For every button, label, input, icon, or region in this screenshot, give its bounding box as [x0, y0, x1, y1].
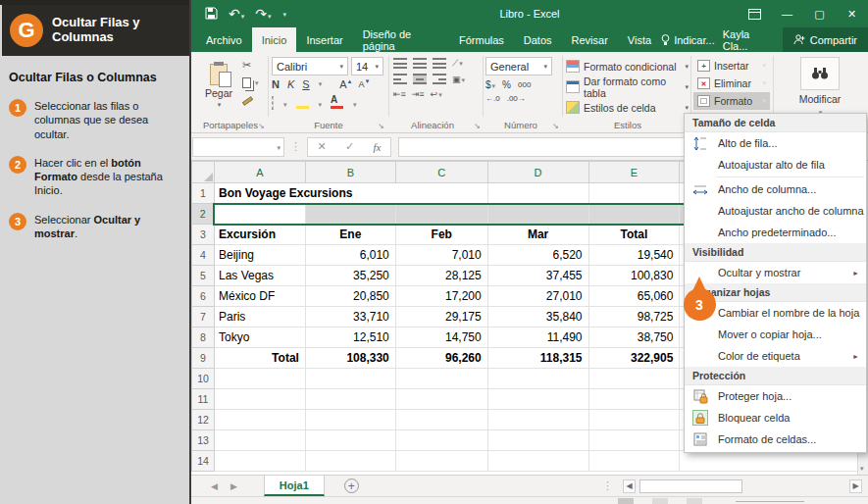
row-header-9[interactable]: 9	[192, 348, 215, 369]
number-format-select[interactable]: General▾	[485, 57, 552, 76]
find-select-button[interactable]	[800, 57, 840, 90]
cell[interactable]: 19,540	[588, 245, 680, 266]
bold-button[interactable]: N	[272, 78, 280, 90]
cell[interactable]: Mar	[487, 225, 588, 245]
cell[interactable]: 65,060	[588, 286, 680, 307]
cut-button[interactable]: ✂	[242, 59, 259, 72]
cell[interactable]	[305, 430, 395, 451]
column-header-c[interactable]: C	[395, 162, 487, 183]
column-header-d[interactable]: D	[487, 162, 588, 183]
button-insertar[interactable]: Insertar▾	[693, 57, 770, 75]
undo-button[interactable]: ↶▾	[229, 7, 244, 21]
wrap-text-button[interactable]: ↩▾	[431, 89, 442, 99]
menu-item-autoajustar-alto-de-fila[interactable]: Autoajustar alto de fila	[685, 154, 866, 176]
row-header-6[interactable]: 6	[192, 286, 215, 307]
row-header-14[interactable]: 14	[192, 451, 215, 472]
cell[interactable]: 38,750	[588, 328, 680, 348]
cell[interactable]	[214, 451, 305, 472]
menu-item-ancho-de-columna[interactable]: Ancho de columna...	[685, 178, 866, 200]
cell[interactable]: 17,200	[395, 286, 487, 307]
cell[interactable]	[588, 451, 680, 472]
tab-datos[interactable]: Datos	[514, 27, 562, 52]
horizontal-scrollbar[interactable]: ⋮ ◀ ▶	[596, 479, 868, 493]
cell[interactable]: 20,850	[305, 286, 395, 307]
cell[interactable]	[214, 204, 305, 225]
cell[interactable]: Feb	[395, 225, 487, 245]
cell[interactable]	[214, 430, 305, 451]
align-top-button[interactable]	[393, 58, 407, 69]
align-middle-button[interactable]	[413, 58, 427, 69]
cell[interactable]: 28,125	[395, 266, 487, 286]
cell[interactable]: Las Vegas	[214, 266, 305, 286]
cell[interactable]: 322,905	[588, 348, 680, 369]
new-sheet-button[interactable]: +	[344, 479, 359, 493]
row-header-11[interactable]: 11	[192, 389, 215, 410]
underline-button[interactable]: S	[302, 78, 309, 90]
column-header-b[interactable]: B	[305, 162, 395, 183]
cell[interactable]: 11,490	[487, 328, 588, 348]
customize-qat-icon[interactable]: ▾	[283, 11, 287, 18]
tab-archivo[interactable]: Archivo	[196, 27, 252, 52]
cell[interactable]: 6,520	[487, 245, 588, 266]
redo-button[interactable]: ↷▾	[255, 7, 271, 21]
cell[interactable]: 100,830	[588, 266, 680, 286]
cell[interactable]	[395, 410, 487, 430]
cell[interactable]: 29,175	[395, 307, 487, 328]
italic-button[interactable]: K	[287, 78, 294, 90]
row-header-2[interactable]: 2	[192, 204, 215, 225]
row-header-7[interactable]: 7	[192, 307, 215, 328]
cell[interactable]: 27,010	[487, 286, 588, 307]
tab-diseño-de-página[interactable]: Diseño de página	[353, 27, 449, 52]
alignment-dialog-launcher[interactable]: ↘	[474, 122, 481, 130]
view-normal-icon[interactable]	[618, 498, 634, 504]
tell-me-button[interactable]: Indicar...	[661, 34, 715, 46]
menu-item-ancho-predeterminado[interactable]: Ancho predeterminado...	[685, 222, 866, 243]
cancel-entry-icon[interactable]: ✕	[318, 140, 327, 153]
copy-button[interactable]: ▾	[242, 76, 259, 89]
hscroll-thumb[interactable]	[639, 479, 742, 493]
row-header-12[interactable]: 12	[192, 410, 215, 430]
grow-font-button[interactable]: A▲	[339, 78, 352, 90]
cell[interactable]	[395, 369, 487, 389]
close-button[interactable]: ✕	[836, 0, 868, 27]
paste-button[interactable]: Pegar▾	[199, 57, 238, 116]
font-name-select[interactable]: Calibri▾	[272, 57, 348, 76]
cell[interactable]	[305, 204, 395, 225]
number-dialog-launcher[interactable]: ↘	[552, 122, 559, 130]
menu-item-alto-de-fila[interactable]: Alto de fila...	[685, 132, 866, 154]
tab-insertar[interactable]: Insertar	[296, 27, 352, 52]
cell[interactable]	[588, 410, 680, 430]
menu-item-autoajustar-ancho-de-columna[interactable]: Autoajustar ancho de columna	[685, 200, 866, 222]
hscroll-track[interactable]	[639, 479, 845, 493]
cell[interactable]: 33,710	[305, 307, 395, 328]
row-header-4[interactable]: 4	[192, 245, 215, 266]
prev-sheet-icon[interactable]: ◀	[211, 481, 218, 491]
row-header-1[interactable]: 1	[192, 183, 215, 204]
row-header-10[interactable]: 10	[192, 369, 215, 389]
view-page-break-icon[interactable]	[687, 498, 702, 504]
cell[interactable]: 96,260	[395, 348, 487, 369]
insert-function-icon[interactable]: fx	[373, 141, 381, 153]
cell[interactable]: Total	[588, 225, 680, 245]
cell[interactable]	[487, 430, 588, 451]
comma-format-button[interactable]: 000	[518, 80, 531, 89]
button-formato[interactable]: Formato▾	[693, 92, 770, 110]
decrease-decimal-button[interactable]: .00→	[507, 94, 526, 103]
button-formato-condicional[interactable]: Formato condicional▾	[566, 58, 689, 75]
shrink-font-button[interactable]: A▼	[358, 78, 370, 90]
cell[interactable]: 37,455	[487, 266, 588, 286]
cell[interactable]	[487, 204, 588, 225]
decrease-indent-button[interactable]: ⇤≡	[393, 89, 406, 99]
borders-button[interactable]	[272, 97, 274, 109]
fill-color-button[interactable]	[296, 105, 309, 109]
cell[interactable]	[214, 369, 305, 389]
cell[interactable]: Ene	[305, 225, 395, 245]
menu-item-formato-de-celdas[interactable]: Formato de celdas...	[685, 428, 866, 450]
cell[interactable]: 14,750	[395, 328, 487, 348]
scroll-left-icon[interactable]: ◀	[623, 479, 636, 493]
cell[interactable]: 6,010	[305, 245, 395, 266]
tab-inicio[interactable]: Inicio	[252, 27, 297, 52]
cell[interactable]	[588, 369, 680, 389]
increase-indent-button[interactable]: ⇥≡	[412, 89, 425, 99]
orientation-button[interactable]: ⟋▾	[452, 58, 463, 69]
